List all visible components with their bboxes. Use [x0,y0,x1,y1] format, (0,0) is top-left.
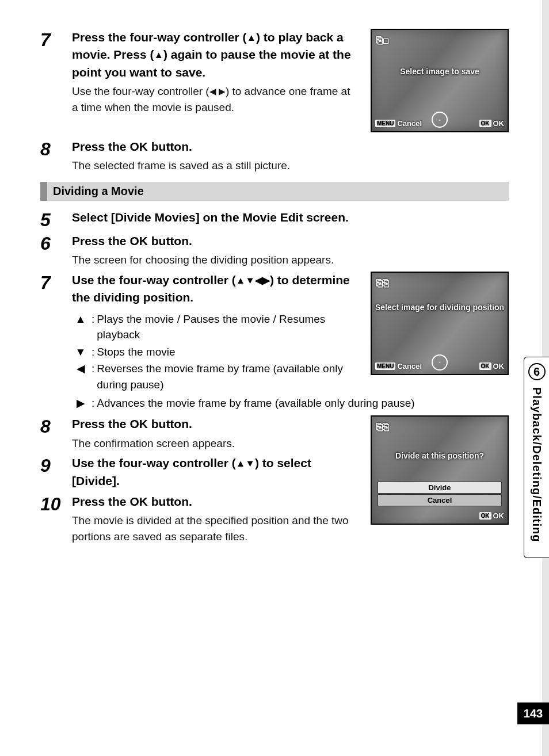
section-header-dividing-movie: Dividing a Movie [40,182,509,201]
menu-cancel-label: MENU Cancel [375,119,422,128]
left-arrow-icon: ◀ [72,361,89,392]
screenshot-caption: Divide at this position? [372,451,508,461]
step-7-dividing: 7 Use the four-way controller (▲▼◀▶) to … [40,272,359,394]
option-cancel: Cancel [378,494,502,506]
step-8: 8 Press the OK button. The selected fram… [40,138,509,174]
step-description: Use the four-way controller (◀ ▶) to adv… [72,83,359,115]
step-number: 7 [40,272,72,394]
option-divide: Divide [378,482,502,494]
step-8-dividing: 8 Press the OK button. The confirmation … [40,415,359,451]
screenshot-caption: Select image for dividing position [372,303,508,312]
menu-cancel-label: MENU Cancel [375,362,422,371]
step-number: 9 [40,455,72,490]
step-title: Press the OK button. [72,138,509,155]
step-7: 7 Press the four-way controller (▲) to p… [40,29,359,115]
film-icon: ⎘☐ [376,35,389,47]
four-way-arrows-icon: ▲▼◀▶ [236,274,270,288]
step-6: 6 Press the OK button. The screen for ch… [40,232,509,268]
film-icon: ⎘⎘ [376,277,389,289]
ok-label: OK OK [479,362,505,371]
camera-screenshot-divide-confirm: ⎘⎘ Divide at this position? Divide Cance… [371,415,509,525]
right-arrow-icon: ▶ [72,395,89,411]
step-description: The selected frame is saved as a still p… [72,158,509,174]
controller-legend: ▲:Plays the movie / Pauses the movie / R… [72,311,359,393]
ok-label: OK OK [479,511,505,520]
camera-screenshot-save-image: ⎘☐ Select image to save MENU Cancel OK O… [371,29,509,132]
up-arrow-icon: ▲ [72,311,89,343]
step-5: 5 Select [Divide Movies] on the Movie Ed… [40,209,509,229]
step-title: Use the four-way controller (▲▼◀▶) to de… [72,272,359,307]
film-icon: ⎘⎘ [376,421,389,433]
step-title: Press the OK button. [72,415,359,433]
step-title: Use the four-way controller (▲▼) to sele… [72,455,359,490]
step-number: 10 [40,493,72,545]
screenshot-caption: Select image to save [372,67,508,77]
ok-label: OK OK [479,119,505,128]
up-arrow-icon: ▲ [246,31,256,45]
step-title: Press the OK button. [72,493,359,510]
step-9: 9 Use the four-way controller (▲▼) to se… [40,455,359,490]
left-right-arrow-icon: ◀ ▶ [209,85,226,98]
step-number: 8 [40,138,72,174]
step-title: Select [Divide Movies] on the Movie Edit… [72,209,509,226]
step-10: 10 Press the OK button. The movie is div… [40,493,359,545]
up-arrow-icon: ▲ [154,48,163,62]
up-down-arrows-icon: ▲▼ [236,457,255,471]
step-number: 6 [40,232,72,268]
step-description: The confirmation screen appears. [72,436,359,452]
page-number: 143 [517,702,549,724]
step-number: 8 [40,415,72,451]
step-number: 7 [40,29,72,115]
step-title: Press the four-way controller (▲) to pla… [72,29,359,81]
step-number: 5 [40,209,72,229]
step-description: The screen for choosing the dividing pos… [72,252,509,268]
camera-screenshot-dividing-position: ⎘⎘ Select image for dividing position ME… [371,272,509,375]
step-7-right-arrow-row: ▶:Advances the movie frame by frame (ava… [40,395,509,413]
step-title: Press the OK button. [72,232,509,250]
down-arrow-icon: ▼ [72,344,89,360]
step-description: The movie is divided at the specified po… [72,513,359,544]
